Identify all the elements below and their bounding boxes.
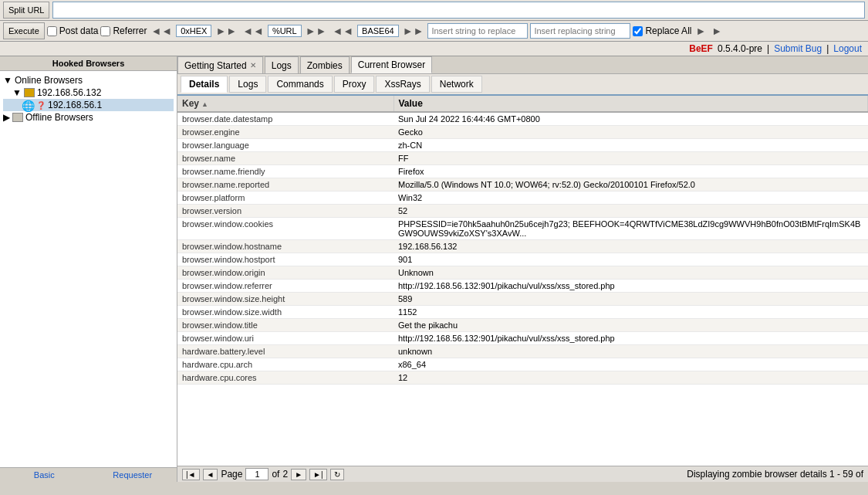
- col-key-header[interactable]: Key ▲: [177, 96, 393, 112]
- table-row[interactable]: hardware.battery.levelunknown: [177, 345, 868, 358]
- table-row[interactable]: browser.window.hostname192.168.56.132: [177, 240, 868, 253]
- url-toolbar: Split URL: [0, 0, 868, 21]
- displaying-text: Displaying zombie browser details 1 - 59…: [687, 469, 863, 480]
- referrer-check[interactable]: Referrer: [100, 25, 147, 36]
- tab-inner-xssrays-label: XssRays: [384, 79, 420, 90]
- sort-icon-key: ▲: [201, 100, 208, 108]
- cell-value: Mozilla/5.0 (Windows NT 10.0; WOW64; rv:…: [393, 178, 868, 192]
- tab-inner-logs[interactable]: Logs: [229, 76, 266, 93]
- table-row[interactable]: browser.name.friendlyFirefox: [177, 165, 868, 178]
- inner-tab-bar: Details Logs Commands Proxy XssRays Netw…: [177, 74, 868, 96]
- folder-img: [24, 88, 35, 97]
- execute-button[interactable]: Execute: [3, 22, 45, 39]
- first-page-btn[interactable]: |◄: [182, 469, 200, 480]
- cell-key: browser.window.cookies: [177, 218, 393, 240]
- insert-replace-input[interactable]: [427, 23, 528, 39]
- tab-inner-network[interactable]: Network: [431, 76, 482, 93]
- table-row[interactable]: browser.nameFF: [177, 152, 868, 165]
- online-browsers-item[interactable]: ▼ Online Browsers: [3, 74, 174, 86]
- ip-item[interactable]: 🌐 ❓ 192.168.56.1: [3, 99, 174, 111]
- tab-current-browser[interactable]: Current Browser: [351, 56, 432, 73]
- table-row[interactable]: hardware.cpu.cores12: [177, 371, 868, 385]
- folder-icon: ▼: [12, 87, 22, 98]
- cell-key: browser.date.datestamp: [177, 112, 393, 126]
- percent-url-label: %URL: [268, 25, 302, 37]
- table-row[interactable]: browser.window.urihttp://192.168.56.132:…: [177, 332, 868, 345]
- left-arrow-2[interactable]: ◄◄: [241, 25, 265, 37]
- cell-value: 12: [393, 371, 868, 385]
- triangle-icon: ▼: [3, 75, 12, 86]
- left-arrow-3[interactable]: ◄◄: [330, 25, 355, 37]
- sidebar: Hooked Browsers ▼ Online Browsers ▼ 192.…: [0, 56, 177, 482]
- table-row[interactable]: browser.languagezh-CN: [177, 139, 868, 152]
- table-row[interactable]: browser.date.datestampSun Jul 24 2022 16…: [177, 112, 868, 126]
- logout-link[interactable]: Logout: [833, 43, 862, 54]
- table-row[interactable]: browser.name.reportedMozilla/5.0 (Window…: [177, 178, 868, 192]
- tab-zombies[interactable]: Zombies: [300, 56, 350, 73]
- col-value-header[interactable]: Value: [393, 96, 868, 112]
- basic-button[interactable]: Basic: [0, 468, 89, 482]
- tab-getting-started-close[interactable]: ✕: [250, 61, 256, 70]
- right-arrow-5[interactable]: ►: [710, 25, 724, 37]
- right-arrow-4[interactable]: ►: [694, 25, 708, 37]
- tab-getting-started[interactable]: Getting Started ✕: [177, 56, 263, 73]
- tab-logs[interactable]: Logs: [265, 56, 299, 73]
- table-row[interactable]: browser.window.referrerhttp://192.168.56…: [177, 280, 868, 293]
- replace-all-checkbox[interactable]: [633, 26, 643, 36]
- table-row[interactable]: browser.version52: [177, 205, 868, 218]
- cell-key: browser.version: [177, 205, 393, 218]
- url-input[interactable]: [52, 2, 865, 19]
- main-layout: Hooked Browsers ▼ Online Browsers ▼ 192.…: [0, 56, 868, 482]
- cell-key: hardware.cpu.arch: [177, 358, 393, 371]
- table-row[interactable]: browser.window.titleGet the pikachu: [177, 319, 868, 332]
- table-row[interactable]: browser.window.size.height589: [177, 293, 868, 306]
- cell-key: browser.window.origin: [177, 266, 393, 280]
- cell-key: browser.window.title: [177, 319, 393, 332]
- table-row[interactable]: browser.window.originUnknown: [177, 266, 868, 280]
- tab-inner-details[interactable]: Details: [181, 76, 228, 93]
- page-input[interactable]: [245, 468, 269, 480]
- cell-key: browser.name.friendly: [177, 165, 393, 178]
- cell-value: Get the pikachu: [393, 319, 868, 332]
- right-arrow-1[interactable]: ►►: [214, 25, 238, 37]
- next-page-btn[interactable]: ►: [291, 469, 306, 480]
- table-row[interactable]: hardware.cpu.archx86_64: [177, 358, 868, 371]
- cell-key: browser.window.size.height: [177, 293, 393, 306]
- table-footer: |◄ ◄ Page of 2 ► ►| ↻ Displaying zombie …: [177, 466, 868, 482]
- requester-button[interactable]: Requester: [89, 468, 177, 482]
- tab-inner-logs-label: Logs: [238, 79, 258, 90]
- split-url-button[interactable]: Split URL: [3, 2, 49, 19]
- table-row[interactable]: browser.platformWin32: [177, 192, 868, 205]
- right-arrow-3[interactable]: ►►: [401, 25, 426, 37]
- replace-all-check[interactable]: Replace All: [633, 25, 691, 36]
- right-arrow-2[interactable]: ►►: [304, 25, 329, 37]
- cell-key: browser.engine: [177, 126, 393, 139]
- ip-group-item[interactable]: ▼ 192.168.56.132: [3, 86, 174, 99]
- post-data-check[interactable]: Post data: [47, 25, 99, 36]
- post-data-checkbox[interactable]: [47, 26, 57, 36]
- tab-inner-commands[interactable]: Commands: [268, 76, 332, 93]
- tab-inner-proxy[interactable]: Proxy: [334, 76, 375, 93]
- cell-value: 589: [393, 293, 868, 306]
- left-arrow-1[interactable]: ◄◄: [149, 25, 174, 37]
- tab-zombies-label: Zombies: [307, 60, 343, 71]
- last-page-btn[interactable]: ►|: [309, 469, 327, 480]
- insert-replacing-input[interactable]: [530, 23, 630, 39]
- tab-inner-xssrays[interactable]: XssRays: [376, 76, 429, 93]
- prev-page-btn[interactable]: ◄: [203, 469, 218, 480]
- cell-key: browser.name: [177, 152, 393, 165]
- table-row[interactable]: browser.window.cookiesPHPSESSID=ie70hk5a…: [177, 218, 868, 240]
- submit-bug-link[interactable]: Submit Bug: [774, 43, 822, 54]
- table-row[interactable]: browser.window.size.width1152: [177, 306, 868, 319]
- beef-status-bar: BeEF 0.5.4.0-pre | Submit Bug | Logout: [0, 42, 868, 56]
- offline-browsers-item[interactable]: ▶ Offline Browsers: [3, 111, 174, 124]
- table-row[interactable]: browser.engineGecko: [177, 126, 868, 139]
- cell-value: Firefox: [393, 165, 868, 178]
- table-row[interactable]: browser.window.hostport901: [177, 253, 868, 266]
- separator-1: |: [767, 43, 769, 54]
- offline-browsers-label: Offline Browsers: [25, 112, 93, 123]
- offline-folder-icon: [12, 113, 23, 122]
- refresh-btn[interactable]: ↻: [330, 469, 344, 480]
- referrer-checkbox[interactable]: [100, 26, 110, 36]
- tab-current-browser-label: Current Browser: [358, 59, 425, 70]
